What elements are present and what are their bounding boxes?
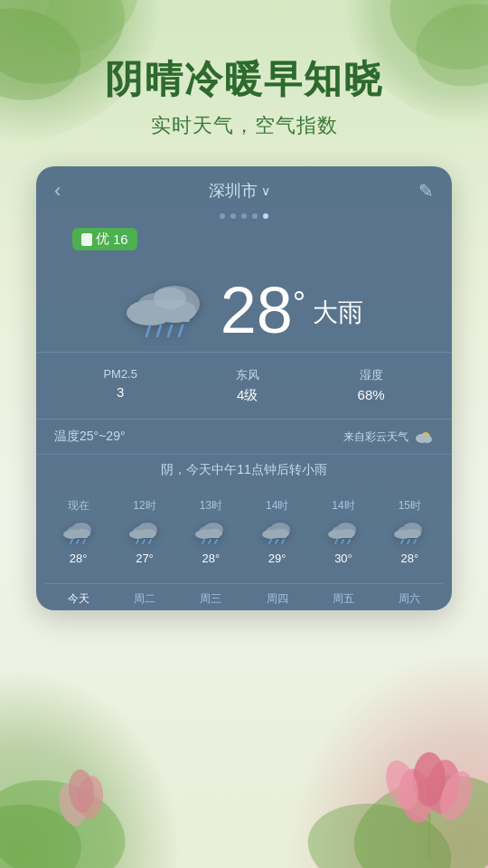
hourly-weather-icon — [328, 521, 359, 544]
chevron-down-icon: ∨ — [261, 184, 270, 198]
hourly-time-item: 14时 — [310, 498, 376, 514]
hourly-temp-label: 30° — [334, 552, 352, 565]
city-selector[interactable]: 深圳市 ∨ — [209, 180, 270, 202]
source-weather-icon — [414, 429, 434, 445]
temperature-display: 28 ° 大雨 — [221, 278, 364, 343]
svg-rect-59 — [267, 534, 286, 538]
daily-label: 周三 — [178, 591, 244, 607]
small-rain-icon — [394, 521, 425, 544]
edit-button[interactable]: ✎ — [418, 180, 434, 202]
hourly-time-item: 14时 — [244, 498, 310, 514]
svg-rect-51 — [200, 534, 220, 538]
weather-icon-large — [125, 278, 206, 342]
hourly-temp-item: 28° — [178, 552, 244, 565]
rain-cloud-icon — [125, 278, 206, 342]
temperature-unit: ° — [293, 285, 305, 323]
daily-label: 今天 — [45, 591, 111, 607]
hourly-weather-icon — [262, 521, 293, 544]
svg-line-78 — [414, 540, 416, 543]
daily-label: 周六 — [377, 591, 443, 607]
card-header: ‹ 深圳市 ∨ ✎ — [36, 166, 452, 210]
svg-line-27 — [179, 326, 183, 336]
aqi-section: 优 16 — [36, 228, 452, 259]
hourly-time-label: 14时 — [266, 498, 288, 514]
detail-item: 湿度68% — [358, 367, 385, 404]
detail-label: 湿度 — [360, 367, 383, 383]
pagination-dot — [263, 213, 268, 219]
background: 阴晴冷暖早知晓 实时天气，空气指数 ‹ 深圳市 ∨ ✎ 优 16 — [0, 0, 488, 868]
daily-label: 周四 — [244, 591, 310, 607]
pagination-dot — [220, 213, 225, 219]
back-button[interactable]: ‹ — [54, 179, 61, 203]
aqi-label: 优 — [96, 231, 109, 248]
hourly-temp-item: 28° — [45, 552, 111, 565]
source-text: 来自彩云天气 — [343, 429, 408, 445]
small-rain-icon — [195, 521, 226, 544]
pagination-dots — [36, 210, 452, 228]
daily-label: 周五 — [310, 591, 376, 607]
aqi-value: 16 — [113, 231, 128, 247]
temp-range: 温度25°~29° — [54, 429, 126, 445]
main-title: 阴晴冷暖早知晓 — [105, 54, 383, 105]
temperature-value: 28 — [221, 278, 293, 343]
svg-line-54 — [215, 540, 217, 543]
weather-card: ‹ 深圳市 ∨ ✎ 优 16 — [36, 166, 452, 610]
hourly-temp-item: 29° — [244, 552, 310, 565]
svg-rect-22 — [137, 313, 190, 322]
small-rain-icon — [328, 521, 359, 544]
detail-value: 3 — [117, 384, 124, 400]
svg-line-68 — [335, 540, 337, 543]
svg-rect-35 — [68, 534, 88, 538]
hourly-weather-icon — [195, 521, 226, 544]
svg-line-25 — [157, 326, 161, 336]
pagination-dot — [252, 213, 258, 219]
svg-line-36 — [70, 540, 72, 543]
weather-description: 大雨 — [313, 296, 363, 330]
daily-divider — [45, 583, 443, 584]
svg-line-60 — [269, 540, 271, 543]
aqi-badge: 优 16 — [72, 228, 137, 250]
hourly-icon-item — [377, 521, 443, 544]
svg-line-61 — [276, 540, 277, 543]
svg-line-53 — [209, 540, 211, 543]
hourly-temp-label: 27° — [136, 552, 154, 565]
daily-row: 今天周二周三周四周五周六 — [36, 591, 452, 610]
svg-line-45 — [143, 540, 145, 543]
svg-line-77 — [408, 540, 409, 543]
svg-line-62 — [282, 540, 284, 543]
hourly-time-label: 12时 — [133, 498, 155, 514]
hourly-temp-label: 29° — [268, 552, 286, 565]
hourly-temp-label: 28° — [202, 552, 220, 565]
hourly-time-label: 14时 — [332, 498, 354, 514]
hourly-temp-item: 27° — [111, 552, 177, 565]
svg-line-44 — [136, 540, 138, 543]
svg-line-26 — [168, 326, 172, 336]
city-label: 深圳市 — [209, 180, 258, 202]
detail-label: 东风 — [236, 367, 259, 383]
hourly-weather-icon — [394, 521, 425, 544]
hourly-weather-icon — [63, 521, 94, 544]
svg-rect-67 — [333, 534, 352, 538]
svg-point-9 — [413, 752, 446, 807]
svg-line-24 — [146, 326, 150, 336]
svg-line-46 — [149, 540, 151, 543]
hourly-icon-item — [178, 521, 244, 544]
hourly-temp-item: 30° — [310, 552, 376, 565]
hourly-temp-item: 28° — [377, 552, 443, 565]
hourly-time-item: 15时 — [377, 498, 443, 514]
small-rain-icon — [63, 521, 94, 544]
pagination-dot — [241, 213, 247, 219]
weather-description-text: 阴，今天中午11点钟后转小雨 — [36, 454, 452, 489]
hourly-icon-row — [45, 521, 443, 544]
detail-item: PM2.53 — [103, 367, 137, 404]
hourly-time-item: 12时 — [111, 498, 177, 514]
bottom-left-leaf-deco — [0, 651, 181, 868]
hourly-time-item: 13时 — [178, 498, 244, 514]
source-row: 来自彩云天气 — [343, 429, 434, 445]
hourly-time-label: 15时 — [399, 498, 421, 514]
small-rain-icon — [129, 521, 160, 544]
hourly-temp-label: 28° — [70, 552, 88, 565]
hourly-time-item: 现在 — [45, 498, 111, 514]
page-content: 阴晴冷暖早知晓 实时天气，空气指数 ‹ 深圳市 ∨ ✎ 优 16 — [0, 0, 488, 610]
detail-value: 4级 — [237, 387, 258, 404]
